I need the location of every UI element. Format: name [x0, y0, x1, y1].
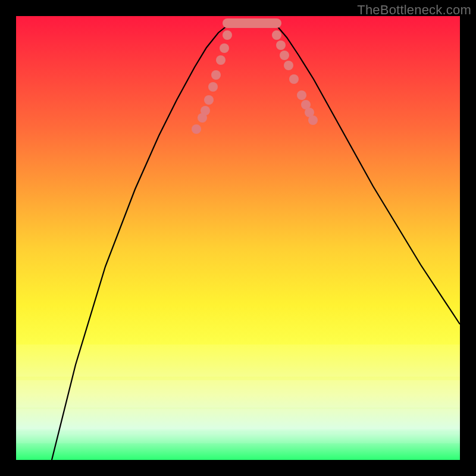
marker-dot: [297, 90, 306, 100]
marker-dot: [201, 106, 210, 115]
chart-frame: [16, 16, 460, 460]
marker-dot: [220, 43, 229, 53]
marker-dot: [308, 115, 318, 125]
marker-dot: [276, 40, 286, 50]
marker-dot: [223, 30, 232, 40]
marker-group-left: [192, 30, 232, 134]
curve-left-branch: [52, 23, 227, 460]
marker-dot: [204, 95, 214, 105]
marker-dot: [284, 61, 293, 70]
marker-dot: [216, 55, 226, 65]
marker-dot: [192, 124, 201, 134]
marker-dot: [211, 70, 221, 80]
marker-dot: [272, 30, 281, 40]
marker-dot: [289, 74, 299, 84]
chart-svg: [16, 16, 460, 460]
marker-dot: [208, 82, 218, 92]
marker-group-right: [272, 30, 318, 125]
watermark-text: TheBottleneck.com: [357, 2, 471, 18]
marker-dot: [280, 51, 289, 60]
curve-right-branch: [277, 23, 460, 324]
